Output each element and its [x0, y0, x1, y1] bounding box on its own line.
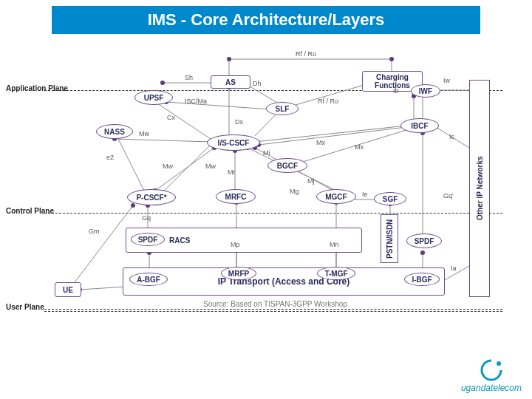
iface-ie: Ie	[362, 191, 368, 198]
node-is-cscf: I/S-CSCF	[207, 134, 260, 151]
iface-mr: Mr	[228, 168, 236, 176]
label-control-plane: Control Plane	[6, 207, 54, 215]
svg-point-70	[420, 250, 425, 255]
iface-mp: Mp	[231, 241, 240, 248]
node-nass: NASS	[96, 124, 133, 139]
plane-divider-control	[44, 213, 502, 214]
iface-dh: Dh	[253, 80, 262, 87]
iface-mw-2: Mw	[163, 163, 173, 170]
svg-line-23	[296, 130, 406, 164]
iface-mn: Mn	[330, 241, 339, 248]
svg-line-13	[255, 126, 406, 142]
node-ue: UE	[55, 282, 81, 297]
brand-logo: ugandatelecom	[461, 358, 522, 393]
node-bgcf: BGCF	[267, 158, 307, 173]
node-as: AS	[211, 75, 250, 89]
iface-mg: Mg	[290, 188, 299, 195]
svg-point-72	[497, 361, 501, 366]
iface-cx: Cx	[167, 114, 175, 121]
iface-mi: Mi	[263, 149, 270, 157]
node-ibcf: IBCF	[400, 118, 439, 133]
iface-rf-ro-2: Rf / Ro	[318, 98, 338, 105]
brand-name: ugandatelecom	[461, 383, 522, 393]
iface-ib: Ib	[393, 87, 399, 95]
node-mrfc: MRFC	[216, 189, 256, 204]
svg-line-37	[80, 287, 126, 290]
slide-title: IMS - Core Architecture/Layers	[52, 6, 480, 34]
node-pstn-isdn: PSTN/ISDN	[381, 214, 398, 263]
node-upsf: UPSF	[134, 90, 173, 105]
svg-line-6	[155, 102, 211, 139]
svg-line-15	[115, 132, 144, 191]
node-slf: SLF	[266, 102, 299, 115]
svg-point-62	[131, 203, 135, 208]
node-other-ip-networks: Other IP Networks	[469, 80, 490, 297]
iface-isc-ma: ISC/Ma	[185, 98, 207, 105]
plane-divider-user	[44, 309, 502, 312]
label-application-plane: Application Plane	[6, 84, 68, 92]
iface-iw: Iw	[443, 77, 450, 84]
node-p-cscf: P-CSCF*	[127, 189, 176, 205]
label-racs: RACS	[169, 236, 190, 245]
node-racs: SPDF RACS	[126, 228, 362, 253]
iface-ic: Ic	[449, 133, 454, 140]
iface-gq: Gq	[142, 214, 151, 222]
node-mgcf: MGCF	[316, 189, 356, 204]
iface-mw-1: Mw	[139, 130, 149, 137]
svg-line-7	[166, 102, 270, 109]
node-ip-transport: A-BGF MRFP T-MGF I-BGF IP Transport (Acc…	[123, 267, 445, 296]
label-user-plane: User Plane	[6, 303, 44, 311]
iface-gq-prime: Gq'	[443, 192, 454, 200]
node-i-bgf: I-BGF	[404, 273, 440, 286]
logo-swirl-icon	[476, 358, 507, 383]
iface-dx: Dx	[235, 118, 243, 126]
svg-point-38	[227, 57, 231, 61]
svg-point-40	[160, 81, 165, 85]
svg-point-39	[389, 57, 394, 61]
iface-ia: Ia	[451, 265, 457, 272]
diagram-canvas: Application Plane Control Plane User Pla…	[44, 44, 502, 340]
svg-line-16	[115, 139, 211, 142]
iface-mx-1: Mx	[316, 139, 325, 146]
node-a-bgf: A-BGF	[129, 273, 168, 286]
iface-e2: e2	[106, 154, 114, 161]
node-sgf: SGF	[374, 192, 406, 205]
node-iwf: IWF	[411, 84, 440, 98]
iface-mj: Mj	[307, 177, 315, 185]
node-spdf-right: SPDF	[406, 233, 442, 248]
svg-line-21	[259, 127, 406, 145]
node-spdf-left: SPDF	[131, 233, 165, 246]
node-mrfp: MRFP	[221, 267, 256, 280]
iface-sh: Sh	[185, 74, 193, 81]
source-attribution: Source: Based on TISPAN-3GPP Workshop	[203, 300, 347, 308]
iface-mx-2: Mx	[355, 143, 364, 151]
iface-gm: Gm	[89, 228, 100, 235]
node-t-mgf: T-MGF	[317, 267, 355, 280]
iface-mw-3: Mw	[205, 163, 216, 170]
iface-rf-ro: Rf / Ro	[296, 50, 316, 58]
